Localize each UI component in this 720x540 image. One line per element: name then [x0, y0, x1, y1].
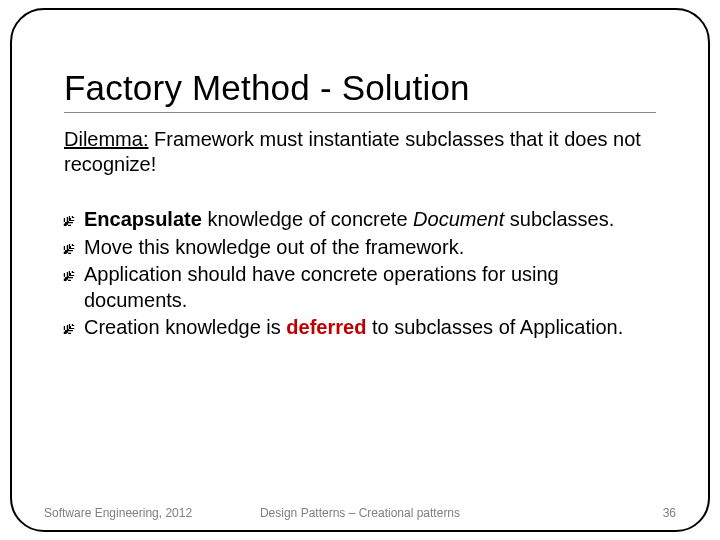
slide: Factory Method - Solution Dilemma: Frame…	[0, 0, 720, 540]
bullet-item: ⸙Move this knowledge out of the framewor…	[64, 235, 656, 261]
bullet-text: subclasses.	[504, 208, 614, 230]
slide-frame: Factory Method - Solution Dilemma: Frame…	[10, 8, 710, 532]
slide-title: Factory Method - Solution	[64, 68, 656, 108]
bullet-list: ⸙Encapsulate knowledge of concrete Docum…	[64, 207, 656, 341]
bullet-marker-icon: ⸙	[64, 262, 84, 288]
bullet-text-bold: Encapsulate	[84, 208, 202, 230]
bullet-marker-icon: ⸙	[64, 207, 84, 233]
bullet-item: ⸙Application should have concrete operat…	[64, 262, 656, 313]
slide-footer: Software Engineering, 2012 Design Patter…	[0, 500, 720, 520]
bullet-text: Creation knowledge is	[84, 316, 286, 338]
bullet-text: Application should have concrete operati…	[84, 263, 559, 311]
dilemma-lead: Dilemma:	[64, 128, 148, 150]
dilemma-paragraph: Dilemma: Framework must instantiate subc…	[64, 127, 656, 177]
bullet-marker-icon: ⸙	[64, 315, 84, 341]
bullet-item: ⸙Encapsulate knowledge of concrete Docum…	[64, 207, 656, 233]
dilemma-text: Framework must instantiate subclasses th…	[64, 128, 641, 175]
bullet-marker-icon: ⸙	[64, 235, 84, 261]
bullet-text: Move this knowledge out of the framework…	[84, 236, 464, 258]
footer-center: Design Patterns – Creational patterns	[0, 506, 720, 520]
footer-page-number: 36	[663, 506, 676, 520]
bullet-text: knowledge of concrete	[202, 208, 413, 230]
bullet-text: to subclasses of Application.	[366, 316, 623, 338]
bullet-text-italic: Document	[413, 208, 504, 230]
bullet-text-deferred: deferred	[286, 316, 366, 338]
bullet-item: ⸙Creation knowledge is deferred to subcl…	[64, 315, 656, 341]
title-rule	[64, 112, 656, 113]
